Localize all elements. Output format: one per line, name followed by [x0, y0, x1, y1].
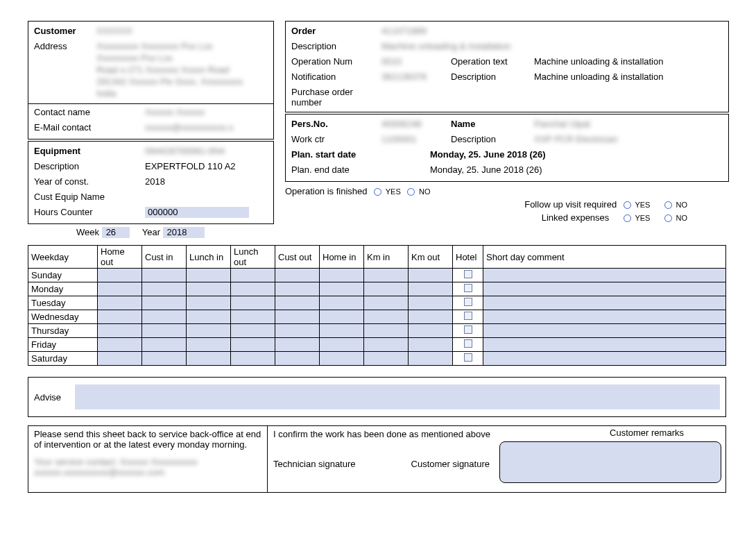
time-cell[interactable] [98, 296, 142, 310]
time-cell[interactable] [142, 338, 187, 352]
no-label-1: NO [419, 187, 431, 196]
time-cell[interactable] [364, 352, 409, 366]
comment-cell[interactable] [483, 324, 726, 338]
time-cell[interactable] [409, 296, 453, 310]
personnel-box: Pers.No. 40006248 Name Panchal Utpal Wor… [285, 114, 729, 182]
time-cell[interactable] [231, 269, 275, 282]
time-cell[interactable] [142, 269, 187, 282]
time-cell[interactable] [98, 269, 142, 282]
time-cell[interactable] [409, 338, 453, 352]
time-cell[interactable] [231, 310, 275, 324]
comment-cell[interactable] [483, 310, 726, 324]
equipment-box: Equipment 094428700081-0N4 Description E… [28, 141, 274, 224]
notification-value: 362138378 [381, 71, 451, 82]
time-cell[interactable] [231, 352, 275, 366]
time-cell[interactable] [187, 296, 231, 310]
time-cell[interactable] [142, 296, 187, 310]
hotel-checkbox[interactable] [464, 312, 472, 320]
time-cell[interactable] [231, 324, 275, 338]
comment-cell[interactable] [483, 296, 726, 310]
time-cell[interactable] [320, 282, 364, 296]
time-cell[interactable] [142, 352, 187, 366]
time-cell[interactable] [409, 282, 453, 296]
time-cell[interactable] [275, 352, 320, 366]
time-cell[interactable] [320, 338, 364, 352]
time-cell[interactable] [187, 352, 231, 366]
hotel-checkbox[interactable] [464, 353, 472, 362]
comment-cell[interactable] [483, 338, 726, 352]
comment-cell[interactable] [483, 269, 726, 282]
time-cell[interactable] [275, 338, 320, 352]
time-cell[interactable] [98, 338, 142, 352]
year-value[interactable]: 2018 [163, 227, 205, 238]
follow-up-yes-radio[interactable] [624, 201, 631, 209]
time-cell[interactable] [142, 324, 187, 338]
time-cell[interactable] [364, 296, 409, 310]
time-cell[interactable] [320, 324, 364, 338]
time-cell[interactable] [364, 338, 409, 352]
weekday-cell: Sunday [28, 269, 98, 282]
time-cell[interactable] [187, 310, 231, 324]
hotel-checkbox[interactable] [464, 270, 472, 278]
customer-box: Customer XXXXXX Address Xxxxxxxxx Xxxxxx… [28, 21, 274, 139]
hotel-checkbox[interactable] [464, 325, 472, 334]
time-cell[interactable] [231, 296, 275, 310]
equip-description-value: EXPERTFOLD 110 A2 [145, 161, 236, 171]
work-ctr-label: Work ctr [291, 134, 381, 144]
linked-exp-no-radio[interactable] [664, 214, 672, 222]
return-instructions: Please send this sheet back to service b… [34, 429, 261, 450]
weekday-cell: Saturday [28, 352, 98, 366]
week-value[interactable]: 26 [102, 227, 130, 238]
table-row: Wednesday [28, 310, 726, 324]
time-cell[interactable] [98, 310, 142, 324]
time-cell[interactable] [409, 310, 453, 324]
time-cell[interactable] [142, 282, 187, 296]
time-cell[interactable] [275, 324, 320, 338]
time-cell[interactable] [275, 310, 320, 324]
notification-label: Notification [291, 71, 381, 82]
time-cell[interactable] [98, 324, 142, 338]
linked-exp-yes-radio[interactable] [624, 214, 631, 222]
time-cell[interactable] [275, 296, 320, 310]
equip-description-label: Description [34, 161, 145, 171]
follow-up-label: Follow up visit required [524, 199, 617, 210]
address-label: Address [34, 41, 96, 51]
advise-field[interactable] [75, 384, 720, 409]
time-cell[interactable] [187, 324, 231, 338]
time-cell[interactable] [409, 352, 453, 366]
follow-up-no-radio[interactable] [664, 201, 672, 209]
time-cell[interactable] [409, 269, 453, 282]
time-cell[interactable] [142, 310, 187, 324]
hotel-checkbox[interactable] [464, 284, 472, 292]
time-cell[interactable] [320, 352, 364, 366]
linked-expenses-row: Linked expenses YES NO [285, 212, 687, 223]
year-label: Year [142, 227, 160, 237]
time-cell[interactable] [98, 352, 142, 366]
hotel-checkbox[interactable] [464, 339, 472, 348]
customer-remarks-field[interactable] [499, 441, 721, 483]
time-cell[interactable] [320, 310, 364, 324]
th-km-in: Km in [364, 246, 409, 269]
time-cell[interactable] [364, 310, 409, 324]
time-cell[interactable] [364, 324, 409, 338]
time-cell[interactable] [364, 282, 409, 296]
time-cell[interactable] [98, 282, 142, 296]
time-cell[interactable] [231, 282, 275, 296]
comment-cell[interactable] [483, 282, 726, 296]
comment-cell[interactable] [483, 352, 726, 366]
time-cell[interactable] [409, 324, 453, 338]
time-cell[interactable] [187, 269, 231, 282]
time-cell[interactable] [187, 338, 231, 352]
time-cell[interactable] [187, 282, 231, 296]
op-finished-no-radio[interactable] [407, 188, 415, 196]
time-cell[interactable] [231, 338, 275, 352]
time-cell[interactable] [364, 269, 409, 282]
hotel-checkbox[interactable] [464, 298, 472, 306]
time-cell[interactable] [275, 269, 320, 282]
time-cell[interactable] [275, 282, 320, 296]
time-cell[interactable] [320, 296, 364, 310]
weekday-cell: Friday [28, 338, 98, 352]
hours-counter-value[interactable]: 000000 [145, 207, 249, 218]
time-cell[interactable] [320, 269, 364, 282]
op-finished-yes-radio[interactable] [374, 188, 381, 196]
